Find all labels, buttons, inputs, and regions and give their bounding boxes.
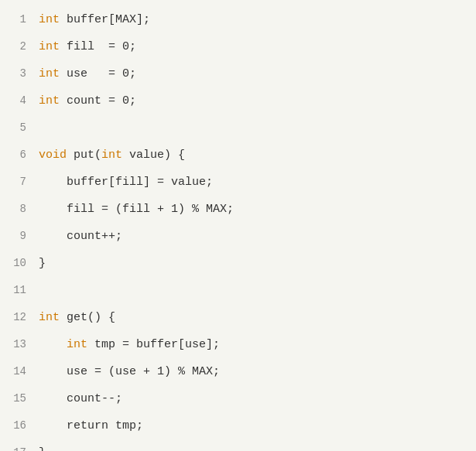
code-line: 1int buffer[MAX];	[0, 6, 476, 33]
code-line: 13 int tmp = buffer[use];	[0, 331, 476, 358]
code-line: 15 count--;	[0, 385, 476, 412]
line-number: 6	[0, 142, 39, 169]
line-number: 13	[0, 331, 39, 358]
code-line: 5	[0, 114, 476, 142]
code-line: 16 return tmp;	[0, 412, 476, 439]
code-line: 8 fill = (fill + 1) % MAX;	[0, 196, 476, 223]
code-line: 12int get() {	[0, 304, 476, 331]
line-number: 3	[0, 60, 39, 87]
line-number: 10	[0, 250, 39, 277]
line-content: }	[39, 250, 476, 277]
line-content: fill = (fill + 1) % MAX;	[39, 196, 476, 223]
line-number: 17	[0, 439, 39, 451]
line-number: 14	[0, 358, 39, 385]
code-line: 10}	[0, 250, 476, 277]
line-number: 16	[0, 412, 39, 439]
line-number: 9	[0, 223, 39, 250]
line-content: int use = 0;	[39, 60, 476, 87]
line-content: int fill = 0;	[39, 33, 476, 60]
line-content: void put(int value) {	[39, 142, 476, 169]
line-number: 5	[0, 114, 39, 142]
line-content: count++;	[39, 223, 476, 250]
line-number: 11	[0, 277, 39, 304]
code-line: 14 use = (use + 1) % MAX;	[0, 358, 476, 385]
line-content: int count = 0;	[39, 87, 476, 114]
line-content: return tmp;	[39, 412, 476, 439]
code-line: 17}	[0, 439, 476, 451]
code-container: 1int buffer[MAX];2int fill = 0;3int use …	[0, 0, 476, 451]
line-number: 7	[0, 169, 39, 196]
line-content: buffer[fill] = value;	[39, 169, 476, 196]
line-number: 12	[0, 304, 39, 331]
line-number: 8	[0, 196, 39, 223]
line-number: 2	[0, 33, 39, 60]
code-line: 6void put(int value) {	[0, 142, 476, 169]
line-content: use = (use + 1) % MAX;	[39, 358, 476, 385]
code-lines: 1int buffer[MAX];2int fill = 0;3int use …	[0, 6, 476, 451]
line-content: count--;	[39, 385, 476, 412]
line-number: 15	[0, 385, 39, 412]
line-content	[39, 114, 476, 142]
line-content: int get() {	[39, 304, 476, 331]
line-content: }	[39, 439, 476, 451]
line-content: int tmp = buffer[use];	[39, 331, 476, 358]
line-number: 4	[0, 87, 39, 114]
code-line: 2int fill = 0;	[0, 33, 476, 60]
line-content: int buffer[MAX];	[39, 6, 476, 33]
code-line: 9 count++;	[0, 223, 476, 250]
code-line: 7 buffer[fill] = value;	[0, 169, 476, 196]
code-line: 11	[0, 277, 476, 304]
line-number: 1	[0, 6, 39, 33]
code-line: 4int count = 0;	[0, 87, 476, 114]
code-line: 3int use = 0;	[0, 60, 476, 87]
line-content	[39, 277, 476, 304]
